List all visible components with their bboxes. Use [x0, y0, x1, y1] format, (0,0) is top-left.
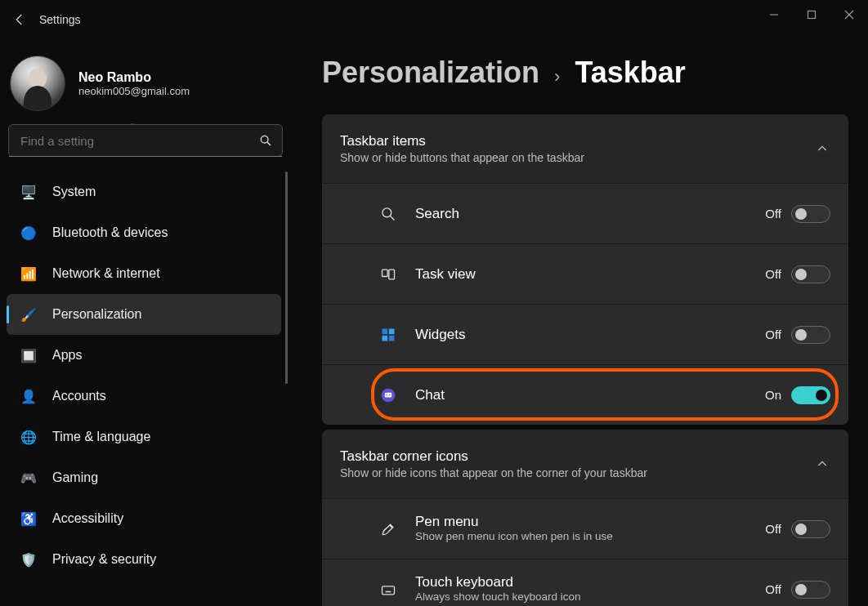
row-label: Search: [415, 206, 765, 222]
sidebar-item-apps-icon: 🔲: [20, 346, 38, 364]
chevron-up-icon: [814, 456, 830, 472]
user-name: Neo Rambo: [78, 70, 283, 85]
sidebar-item-privacy-icon: 🛡️: [20, 550, 38, 568]
sidebar-item-bluetooth[interactable]: 🔵Bluetooth & devices: [7, 212, 281, 253]
svg-point-14: [387, 394, 388, 395]
toggle-switch[interactable]: [791, 581, 830, 599]
svg-rect-1: [808, 11, 816, 19]
sidebar-item-time-language-icon: 🌐: [20, 428, 38, 446]
breadcrumb-parent[interactable]: Personalization: [322, 56, 539, 90]
sidebar-item-personalization[interactable]: 🖌️Personalization: [7, 294, 281, 335]
panel-1: Taskbar corner iconsShow or hide icons t…: [322, 430, 848, 606]
svg-rect-11: [389, 335, 395, 341]
sidebar-item-gaming-icon: 🎮: [20, 469, 38, 487]
sidebar-item-accessibility[interactable]: ♿Accessibility: [7, 498, 281, 539]
scrollbar[interactable]: [285, 172, 288, 384]
toggle-state-label: Off: [765, 522, 781, 536]
maximize-button[interactable]: [793, 0, 830, 29]
minimize-button[interactable]: [755, 0, 793, 29]
search-input[interactable]: [9, 134, 249, 148]
sidebar-item-accounts-icon: 👤: [20, 387, 38, 405]
toggle-switch[interactable]: [791, 520, 830, 538]
sidebar-item-accounts[interactable]: 👤Accounts: [7, 376, 281, 417]
sidebar-item-time-language[interactable]: 🌐Time & language: [7, 417, 281, 457]
sidebar-item-network[interactable]: 📶Network & internet: [7, 253, 281, 294]
page-title: Taskbar: [575, 56, 685, 90]
profile-text: Neo Rambo neokim005@gmail.com: [78, 70, 283, 97]
svg-rect-16: [383, 586, 395, 594]
sidebar-item-bluetooth-icon: 🔵: [20, 224, 38, 242]
sidebar-item-privacy[interactable]: 🛡️Privacy & security: [7, 539, 281, 580]
breadcrumb: Personalization › Taskbar: [322, 56, 848, 90]
sidebar-item-system[interactable]: 🖥️System: [7, 172, 281, 212]
toggle-state-label: Off: [765, 267, 781, 281]
sidebar-item-label: Gaming: [52, 470, 98, 485]
nav-list: 🖥️System🔵Bluetooth & devices📶Network & i…: [7, 172, 289, 596]
sidebar: Neo Rambo neokim005@gmail.com Quantriman…: [0, 46, 293, 606]
profile-block[interactable]: Neo Rambo neokim005@gmail.com: [7, 52, 289, 124]
sidebar-item-gaming[interactable]: 🎮Gaming: [7, 457, 281, 498]
toggle-state-label: Off: [765, 582, 781, 596]
panel-header[interactable]: Taskbar corner iconsShow or hide icons t…: [322, 430, 848, 498]
user-email: neokim005@gmail.com: [78, 85, 283, 97]
sidebar-item-label: Apps: [52, 348, 82, 363]
row-subtitle: Show pen menu icon when pen is in use: [415, 530, 660, 544]
sidebar-item-personalization-icon: 🖌️: [20, 305, 38, 323]
sidebar-item-system-icon: 🖥️: [20, 183, 38, 201]
close-button[interactable]: [830, 0, 868, 29]
toggle-switch[interactable]: [791, 265, 830, 283]
avatar: [10, 56, 65, 111]
sidebar-item-label: Accessibility: [52, 511, 123, 526]
sidebar-item-label: Privacy & security: [52, 552, 156, 567]
svg-point-2: [261, 136, 268, 143]
panel-0: Taskbar itemsShow or hide buttons that a…: [322, 114, 848, 425]
section-subtitle: Show or hide icons that appear on the co…: [340, 466, 814, 479]
row-label: Task view: [415, 266, 765, 283]
toggle-state-label: On: [765, 388, 781, 402]
row-chat: ChatOn: [322, 364, 848, 425]
toggle-state-label: Off: [765, 328, 781, 341]
svg-rect-13: [385, 392, 391, 397]
toggle-state-label: Off: [765, 207, 781, 221]
pen-icon: [379, 520, 397, 538]
svg-rect-7: [389, 270, 395, 279]
row-widgets: WidgetsOff: [322, 304, 848, 364]
sidebar-item-apps[interactable]: 🔲Apps: [7, 335, 281, 376]
row-pen-menu: Pen menuShow pen menu icon when pen is i…: [322, 498, 848, 559]
sidebar-item-label: Time & language: [52, 430, 150, 444]
toggle-switch[interactable]: [791, 386, 830, 404]
search-box[interactable]: [8, 124, 283, 157]
chevron-right-icon: ›: [554, 66, 560, 87]
search-icon: [249, 134, 282, 147]
toggle-switch[interactable]: [791, 205, 830, 223]
sidebar-item-label: Bluetooth & devices: [52, 225, 168, 240]
sidebar-item-label: Network & internet: [52, 266, 160, 281]
section-subtitle: Show or hide buttons that appear on the …: [340, 151, 814, 164]
section-title: Taskbar corner icons: [340, 448, 814, 465]
widgets-icon: [379, 326, 397, 344]
row-search: SearchOff: [322, 183, 848, 243]
svg-rect-10: [383, 335, 388, 341]
sidebar-item-label: System: [52, 185, 96, 199]
app-title: Settings: [39, 13, 81, 26]
row-touch-keyboard: Touch keyboardAlways show touch keyboard…: [322, 559, 848, 606]
sidebar-item-network-icon: 📶: [20, 265, 38, 283]
svg-rect-8: [383, 328, 388, 334]
svg-line-3: [267, 142, 271, 145]
svg-rect-6: [383, 270, 388, 276]
panel-header[interactable]: Taskbar itemsShow or hide buttons that a…: [322, 114, 848, 183]
svg-point-4: [383, 207, 391, 216]
row-label: Chat: [415, 387, 765, 403]
sidebar-item-label: Accounts: [52, 389, 106, 403]
titlebar: Settings: [0, 0, 868, 39]
chevron-up-icon: [814, 140, 830, 157]
back-button[interactable]: [0, 0, 39, 39]
search-wrap: [7, 124, 289, 172]
keyboard-icon: [379, 581, 397, 599]
toggle-switch[interactable]: [791, 326, 830, 344]
window-buttons: [755, 0, 868, 29]
svg-line-5: [391, 216, 395, 220]
chat-icon: [379, 386, 397, 404]
task-view-icon: [379, 265, 397, 283]
row-label: Pen menu: [415, 514, 765, 530]
